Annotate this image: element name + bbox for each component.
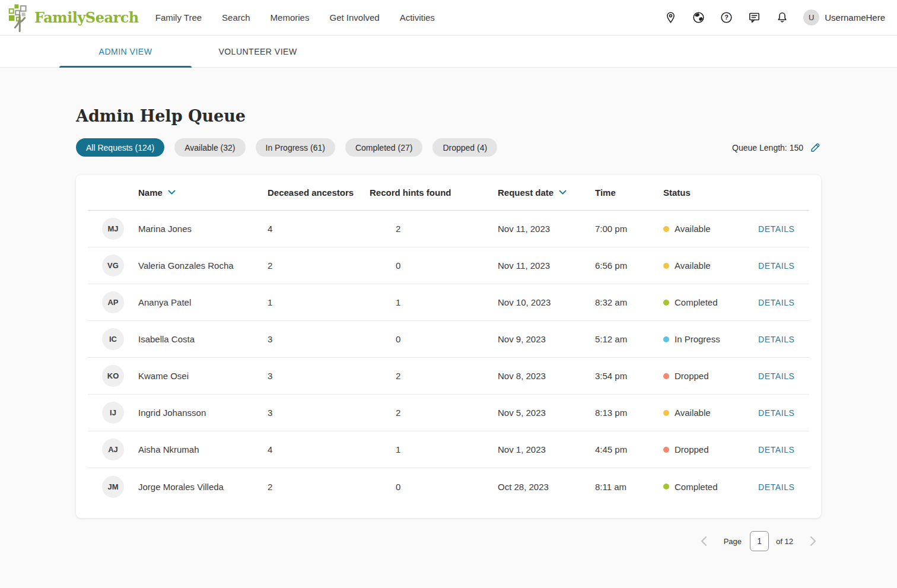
details-link[interactable]: DETAILS (758, 224, 795, 234)
edit-queue-length-button[interactable] (810, 142, 821, 153)
filter-completed[interactable]: Completed (27) (345, 138, 423, 157)
next-page-button[interactable] (807, 533, 819, 549)
status-label: Dropped (675, 444, 709, 454)
status-dot-icon (663, 484, 669, 490)
globe-icon[interactable] (692, 11, 705, 24)
cell-status: Available (663, 408, 758, 418)
chevron-left-icon (701, 536, 707, 546)
status-label: Available (675, 224, 711, 234)
cell-time: 8:13 pm (595, 408, 663, 418)
status-dot-icon (663, 447, 669, 453)
status-dot-icon (663, 300, 669, 306)
cell-request-date: Nov 11, 2023 (498, 224, 595, 234)
filter-dropped[interactable]: Dropped (4) (432, 138, 497, 157)
location-icon[interactable] (664, 11, 677, 24)
cell-name: Ingrid Johansson (138, 408, 268, 418)
status-dot-icon (663, 373, 669, 379)
details-link[interactable]: DETAILS (758, 298, 795, 307)
user-menu[interactable]: U UsernameHere (803, 9, 885, 26)
column-header-status: Status (663, 187, 758, 198)
cell-deceased-ancestors: 2 (268, 260, 370, 271)
row-avatar: KO (102, 365, 124, 387)
cell-record-hints: 0 (370, 260, 498, 271)
column-header-time: Time (595, 187, 663, 198)
cell-deceased-ancestors: 3 (268, 334, 370, 344)
svg-text:?: ? (724, 14, 729, 21)
cell-request-date: Nov 11, 2023 (498, 260, 595, 271)
cell-record-hints: 1 (370, 444, 498, 454)
cell-time: 5:12 am (595, 334, 663, 344)
row-avatar: AP (102, 291, 124, 313)
cell-deceased-ancestors: 1 (268, 297, 370, 307)
row-avatar: AJ (102, 438, 124, 460)
row-avatar: VG (102, 255, 124, 276)
nav-search[interactable]: Search (222, 12, 250, 23)
cell-name: Isabella Costa (138, 334, 268, 344)
page-number-input[interactable] (750, 531, 769, 551)
status-dot-icon (663, 336, 669, 342)
nav-family-tree[interactable]: Family Tree (155, 12, 202, 23)
nav-activities[interactable]: Activities (400, 12, 435, 23)
row-avatar: MJ (102, 218, 124, 240)
chevron-right-icon (810, 536, 816, 546)
help-queue-table: Name Deceased ancestors Record hints fou… (76, 175, 821, 518)
tab-volunteer-view[interactable]: VOLUNTEER VIEW (192, 36, 324, 67)
filter-controls: All Requests (124) Available (32) In Pro… (76, 138, 821, 157)
cell-request-date: Nov 9, 2023 (498, 334, 595, 344)
nav-memories[interactable]: Memories (271, 12, 310, 23)
status-label: Completed (675, 297, 718, 307)
familysearch-tree-icon (8, 4, 32, 32)
details-link[interactable]: DETAILS (758, 482, 795, 492)
column-header-name[interactable]: Name (138, 187, 268, 198)
notifications-icon[interactable] (775, 11, 788, 24)
cell-record-hints: 2 (370, 224, 498, 234)
cell-request-date: Nov 5, 2023 (498, 408, 595, 418)
column-header-deceased-ancestors: Deceased ancestors (268, 187, 370, 198)
details-link[interactable]: DETAILS (758, 408, 795, 418)
cell-name: Marina Jones (138, 224, 268, 234)
page-total-label: of 12 (776, 537, 793, 546)
main-content: Admin Help Queue All Requests (124) Avai… (0, 68, 897, 588)
cell-record-hints: 2 (370, 371, 498, 381)
details-link[interactable]: DETAILS (758, 335, 795, 344)
filter-available[interactable]: Available (32) (174, 138, 245, 157)
cell-deceased-ancestors: 4 (268, 224, 370, 234)
cell-request-date: Oct 28, 2023 (498, 482, 595, 492)
status-dot-icon (663, 263, 669, 269)
details-link[interactable]: DETAILS (758, 261, 795, 271)
cell-request-date: Nov 1, 2023 (498, 444, 595, 454)
familysearch-logo-text: FamilySearch (34, 9, 139, 26)
cell-request-date: Nov 8, 2023 (498, 371, 595, 381)
cell-deceased-ancestors: 3 (268, 408, 370, 418)
chevron-down-icon (559, 190, 567, 195)
help-icon[interactable]: ? (720, 11, 733, 24)
cell-time: 6:56 pm (595, 260, 663, 271)
cell-record-hints: 2 (370, 408, 498, 418)
table-row: VG Valeria Gonzales Rocha 2 0 Nov 11, 20… (88, 247, 809, 284)
cell-name: Jorge Morales Villeda (138, 482, 268, 492)
view-tabs: ADMIN VIEW VOLUNTEER VIEW (0, 36, 897, 68)
messages-icon[interactable] (748, 11, 761, 24)
nav-get-involved[interactable]: Get Involved (329, 12, 379, 23)
status-label: Dropped (675, 371, 709, 381)
details-link[interactable]: DETAILS (758, 445, 795, 454)
column-header-request-date[interactable]: Request date (498, 187, 595, 198)
pagination: Page of 12 (76, 531, 821, 551)
previous-page-button[interactable] (698, 533, 710, 549)
tab-admin-view[interactable]: ADMIN VIEW (59, 36, 192, 67)
cell-deceased-ancestors: 4 (268, 444, 370, 454)
familysearch-logo[interactable]: FamilySearch (8, 4, 139, 32)
cell-status: Completed (663, 297, 758, 307)
cell-request-date: Nov 10, 2023 (498, 297, 595, 307)
queue-length: Queue Length: 150 (732, 142, 821, 153)
details-link[interactable]: DETAILS (758, 371, 795, 381)
table-row: MJ Marina Jones 4 2 Nov 11, 2023 7:00 pm… (88, 211, 809, 247)
status-label: In Progress (675, 334, 720, 344)
cell-record-hints: 1 (370, 297, 498, 307)
status-dot-icon (663, 226, 669, 232)
filter-in-progress[interactable]: In Progress (61) (256, 138, 335, 157)
cell-time: 7:00 pm (595, 224, 663, 234)
filter-all-requests[interactable]: All Requests (124) (76, 138, 164, 157)
cell-time: 4:45 pm (595, 444, 663, 454)
table-row: JM Jorge Morales Villeda 2 0 Oct 28, 202… (88, 468, 809, 505)
